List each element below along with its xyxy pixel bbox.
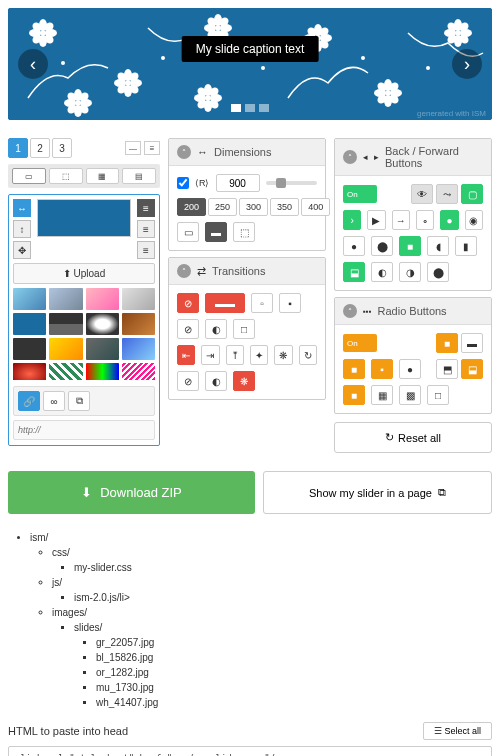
pos-4[interactable]: ⬤	[427, 262, 449, 282]
width-input[interactable]	[216, 174, 260, 192]
ratio-lock[interactable]	[177, 177, 189, 189]
r-align-2[interactable]: ⬓	[461, 359, 483, 379]
r-fill-1[interactable]: ■	[343, 385, 365, 405]
tab-4[interactable]: ▤	[122, 168, 156, 184]
prev-arrow[interactable]: ‹	[18, 49, 48, 79]
download-zip-button[interactable]: ⬇ Download ZIP	[8, 471, 255, 514]
thumb[interactable]	[13, 288, 46, 310]
bf-show[interactable]: ▢	[461, 184, 483, 204]
thumb[interactable]	[13, 363, 46, 380]
link-opt-icon[interactable]: ⧉	[68, 391, 90, 411]
shape-3[interactable]: ■	[399, 236, 421, 256]
arrow-style-4[interactable]: ∘	[416, 210, 434, 230]
w-400[interactable]: 400	[301, 198, 330, 216]
move-all-icon[interactable]: ✥	[13, 241, 31, 259]
trans-off[interactable]: ⊘	[177, 319, 199, 339]
thumb[interactable]	[86, 288, 119, 310]
page-1[interactable]: 1	[8, 138, 28, 158]
move-horiz-icon[interactable]: ↔	[13, 199, 31, 217]
html-code-textarea[interactable]	[8, 746, 492, 756]
upload-button[interactable]: ⬆ Upload	[13, 263, 155, 284]
trans-opt-1[interactable]: ▫	[251, 293, 273, 313]
radio-toggle[interactable]: On	[343, 334, 377, 352]
current-slide-thumb[interactable]	[37, 199, 131, 237]
shape-4[interactable]: ◖	[427, 236, 449, 256]
thumb[interactable]	[122, 338, 155, 360]
r-fill-3[interactable]: ▩	[399, 385, 421, 405]
trans-toggle[interactable]: ◐	[205, 319, 227, 339]
thumb[interactable]	[13, 338, 46, 360]
trans-opt-2[interactable]: ▪	[279, 293, 301, 313]
w-200[interactable]: 200	[177, 198, 206, 216]
shape-5[interactable]: ▮	[455, 236, 477, 256]
fit-2[interactable]: ▬	[205, 222, 227, 242]
pos-2[interactable]: ◐	[371, 262, 393, 282]
slide-action-2[interactable]: ≡	[137, 220, 155, 238]
tab-3[interactable]: ▦	[86, 168, 120, 184]
thumb[interactable]	[86, 313, 119, 335]
move-vert-icon[interactable]: ↕	[13, 220, 31, 238]
trans-style[interactable]: □	[233, 319, 255, 339]
bf-hide2[interactable]: ⤳	[436, 184, 458, 204]
bf-hide[interactable]: 👁	[411, 184, 433, 204]
arrow-style-3[interactable]: →	[392, 210, 410, 230]
thumb[interactable]	[122, 288, 155, 310]
page-3[interactable]: 3	[52, 138, 72, 158]
page-2[interactable]: 2	[30, 138, 50, 158]
arrow-style-1[interactable]: ›	[343, 210, 361, 230]
r-align-1[interactable]: ⬒	[436, 359, 458, 379]
thumb[interactable]	[49, 288, 82, 310]
bf-toggle[interactable]: On	[343, 185, 377, 203]
select-all-button[interactable]: ☰ Select all	[423, 722, 492, 740]
unlink-icon[interactable]: ∞	[43, 391, 65, 411]
link-icon[interactable]: 🔗	[18, 391, 40, 411]
w-350[interactable]: 350	[270, 198, 299, 216]
collapse-icon[interactable]: ˄	[343, 150, 357, 164]
r-shape-2[interactable]: ▪	[371, 359, 393, 379]
reset-button[interactable]: ↻ Reset all	[334, 422, 492, 453]
r-style-1[interactable]: ■	[436, 333, 458, 353]
tab-1[interactable]: ▭	[12, 168, 46, 184]
dir-5[interactable]: ❋	[274, 345, 292, 365]
thumb[interactable]	[86, 338, 119, 360]
url-input[interactable]	[13, 420, 155, 440]
thumb[interactable]	[122, 363, 155, 380]
dot-3[interactable]	[259, 104, 269, 112]
r-shape-3[interactable]: ●	[399, 359, 421, 379]
r-fill-4[interactable]: □	[427, 385, 449, 405]
dot-2[interactable]	[245, 104, 255, 112]
thumb[interactable]	[49, 313, 82, 335]
r-fill-2[interactable]: ▦	[371, 385, 393, 405]
fx-none[interactable]: ⊘	[177, 371, 199, 391]
thumb[interactable]	[49, 363, 82, 380]
r-style-2[interactable]: ▬	[461, 333, 483, 353]
pager-opt-2[interactable]: ≡	[144, 141, 160, 155]
fit-1[interactable]: ▭	[177, 222, 199, 242]
thumb[interactable]	[13, 313, 46, 335]
width-slider[interactable]	[266, 181, 318, 185]
arrow-style-6[interactable]: ◉	[465, 210, 483, 230]
dir-1[interactable]: ⇤	[177, 345, 195, 365]
thumb[interactable]	[122, 313, 155, 335]
dot-1[interactable]	[231, 104, 241, 112]
w-300[interactable]: 300	[239, 198, 268, 216]
tab-2[interactable]: ⬚	[49, 168, 83, 184]
shape-1[interactable]: ●	[343, 236, 365, 256]
trans-none[interactable]: ⊘	[177, 293, 199, 313]
arrow-style-2[interactable]: ▶	[367, 210, 385, 230]
thumb[interactable]	[86, 363, 119, 380]
pos-1[interactable]: ⬓	[343, 262, 365, 282]
pager-opt-1[interactable]: —	[125, 141, 141, 155]
slide-action-1[interactable]: ≡	[137, 199, 155, 217]
collapse-icon[interactable]: ˄	[177, 264, 191, 278]
pos-3[interactable]: ◑	[399, 262, 421, 282]
show-slider-button[interactable]: Show my slider in a page ⧉	[263, 471, 492, 514]
fx-zoom[interactable]: ❋	[233, 371, 255, 391]
slide-action-3[interactable]: ≡	[137, 241, 155, 259]
shape-2[interactable]: ⬤	[371, 236, 393, 256]
r-shape-1[interactable]: ■	[343, 359, 365, 379]
dir-4[interactable]: ✦	[250, 345, 268, 365]
dir-2[interactable]: ⇥	[201, 345, 219, 365]
trans-slide[interactable]: ▬▬	[205, 293, 245, 313]
arrow-style-5[interactable]: ●	[440, 210, 458, 230]
